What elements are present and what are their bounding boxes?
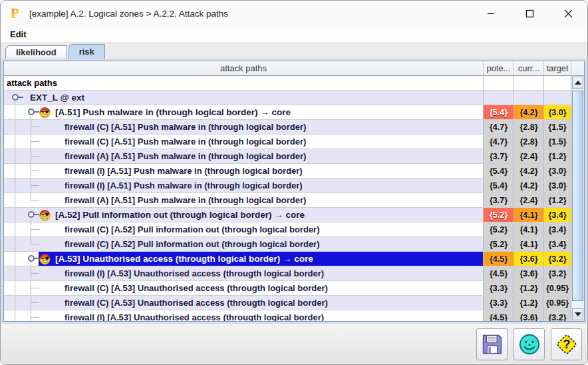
smiley-button[interactable]	[514, 328, 545, 360]
cell-potential: {4.5}	[483, 310, 514, 321]
cell-potential: {5.2}	[483, 208, 514, 222]
tab-risk-label: risk	[79, 47, 94, 57]
row-selection-area: [A.53] Unauthorised access (througth log…	[39, 252, 483, 266]
cell-target	[543, 91, 571, 105]
table-row[interactable]: firewall (A) [A.51] Push malware in (thr…	[4, 193, 571, 208]
save-button[interactable]	[476, 328, 508, 360]
cell-current: {2.4}	[514, 149, 543, 163]
pirate-icon	[39, 106, 51, 119]
cell-current: {4.1}	[514, 237, 543, 251]
cell-target: {3.2}	[543, 310, 571, 321]
row-label: EXT_L @ ext	[30, 93, 84, 103]
menu-item-edit[interactable]: Edit	[10, 29, 27, 39]
cell-current: {2.8}	[514, 120, 543, 134]
cell-potential: {3.3}	[483, 281, 514, 295]
tree-cell: firewall (C) [A.53] Unauthorised access …	[4, 296, 483, 310]
row-selection-area: firewall (C) [A.51] Push malware in (thr…	[65, 120, 483, 134]
cell-target: {3.0}	[543, 164, 571, 178]
cell-current: {4.1}	[514, 222, 543, 236]
close-button[interactable]	[549, 1, 587, 26]
scrollbar-thumb[interactable]	[572, 91, 583, 301]
cell-potential: {4.5}	[483, 252, 514, 266]
cell-potential: {4.5}	[483, 266, 514, 280]
row-selection-area: EXT_L @ ext	[30, 91, 483, 105]
cell-target: {3.2}	[543, 266, 571, 280]
row-label: firewall (C) [A.52] Pull information out…	[65, 224, 320, 234]
cell-target: {3.4}	[543, 237, 571, 251]
cell-current	[514, 76, 543, 90]
table-row[interactable]: firewall (C) [A.51] Push malware in (thr…	[4, 120, 571, 135]
cell-target: {1.2}	[543, 193, 571, 207]
tree-expander-icon[interactable]	[28, 255, 35, 262]
cell-target: {3.4}	[543, 208, 571, 222]
svg-text:?: ?	[563, 338, 570, 351]
help-button[interactable]: ?	[551, 328, 582, 360]
table-row[interactable]: firewall (I) [A.53] Unauthorised access …	[4, 266, 571, 281]
column-header-target[interactable]: target	[543, 61, 571, 75]
tree-cell: firewall (A) [A.51] Push malware in (thr…	[4, 149, 483, 163]
cell-current: {1.2}	[514, 281, 543, 295]
table-row[interactable]: [A.51] Push malware in (through logical …	[4, 105, 571, 120]
table-row[interactable]: attack paths	[4, 76, 571, 91]
scroll-up-button[interactable]	[572, 77, 583, 89]
cell-current	[514, 91, 543, 105]
table-row[interactable]: firewall (C) [A.52] Pull information out…	[4, 237, 571, 252]
tree-cell: firewall (A) [A.51] Push malware in (thr…	[4, 193, 483, 207]
cell-current: {1.2}	[514, 296, 543, 310]
row-label: [A.51] Push malware in (through logical …	[55, 107, 291, 117]
table-row[interactable]: firewall (I) [A.53] Unauthorised access …	[4, 310, 571, 321]
table-row[interactable]: [A.52] Pull information out (through log…	[4, 208, 571, 222]
tree-cell: firewall (C) [A.51] Push malware in (thr…	[4, 120, 483, 134]
tree-expander-icon[interactable]	[12, 94, 19, 101]
table-row[interactable]: EXT_L @ ext	[4, 91, 571, 105]
row-selection-area: [A.51] Push malware in (through logical …	[39, 105, 483, 119]
row-selection-area: firewall (C) [A.53] Unauthorised access …	[65, 281, 483, 295]
table-row[interactable]: firewall (I) [A.51] Push malware in (thr…	[4, 164, 571, 179]
column-header-corner	[571, 61, 584, 75]
row-label: firewall (C) [A.53] Unauthorised access …	[65, 283, 328, 293]
column-header-potential[interactable]: pote...	[483, 61, 514, 75]
row-selection-area: firewall (A) [A.51] Push malware in (thr…	[65, 149, 483, 163]
cell-target: {0.95}	[543, 281, 571, 295]
arrow-down-icon	[575, 312, 581, 316]
column-header-attack-paths[interactable]: attack paths	[4, 61, 483, 75]
minimize-button[interactable]	[472, 1, 510, 26]
row-label: firewall (I) [A.51] Push malware in (thr…	[65, 181, 303, 190]
table-row[interactable]: [A.53] Unauthorised access (througth log…	[4, 252, 571, 266]
attack-paths-table: attack paths pote... curr... target atta…	[3, 61, 585, 322]
app-window: P [example] A.2. Logical zones > A.2.2. …	[0, 0, 588, 365]
cell-potential: {4.7}	[483, 120, 514, 134]
row-selection-area: firewall (C) [A.51] Push malware in (thr…	[65, 135, 483, 149]
table-row[interactable]: firewall (C) [A.52] Pull information out…	[4, 222, 571, 237]
table-row[interactable]: firewall (C) [A.51] Push malware in (thr…	[4, 135, 571, 149]
cell-potential	[483, 91, 514, 105]
cell-potential: {3.7}	[483, 149, 514, 163]
maximize-button[interactable]	[510, 1, 549, 26]
close-icon	[564, 9, 573, 18]
cell-potential: {5.4}	[483, 179, 514, 192]
tab-likelihood[interactable]: likelihood	[5, 45, 67, 59]
bottom-toolbar: ?	[1, 324, 587, 364]
table-row[interactable]: firewall (A) [A.51] Push malware in (thr…	[4, 149, 571, 164]
tab-risk[interactable]: risk	[69, 44, 105, 59]
menu-bar: Edit	[1, 26, 587, 43]
table-row[interactable]: firewall (C) [A.53] Unauthorised access …	[4, 296, 571, 310]
tree-cell: [A.53] Unauthorised access (througth log…	[4, 252, 483, 266]
vertical-scrollbar[interactable]	[571, 76, 584, 321]
table-row[interactable]: firewall (I) [A.51] Push malware in (thr…	[4, 179, 571, 193]
app-logo-icon: P	[9, 5, 23, 21]
scroll-down-button[interactable]	[572, 308, 583, 320]
tree-cell: attack paths	[4, 76, 483, 90]
cell-current: {4.2}	[514, 164, 543, 178]
tree-cell: firewall (I) [A.51] Push malware in (thr…	[4, 179, 483, 192]
table-row[interactable]: firewall (C) [A.53] Unauthorised access …	[4, 281, 571, 296]
cell-potential: {3.7}	[483, 193, 514, 207]
tab-bar: likelihood risk	[1, 44, 587, 59]
cell-target: {1.5}	[543, 135, 571, 149]
cell-potential: {5.2}	[483, 237, 514, 251]
tree-expander-icon[interactable]	[28, 211, 35, 218]
table-rows: attack paths EXT_L @ ext	[4, 76, 571, 321]
column-header-current[interactable]: curr...	[514, 61, 543, 75]
tree-expander-icon[interactable]	[28, 109, 35, 115]
row-selection-area: firewall (I) [A.51] Push malware in (thr…	[65, 164, 483, 178]
